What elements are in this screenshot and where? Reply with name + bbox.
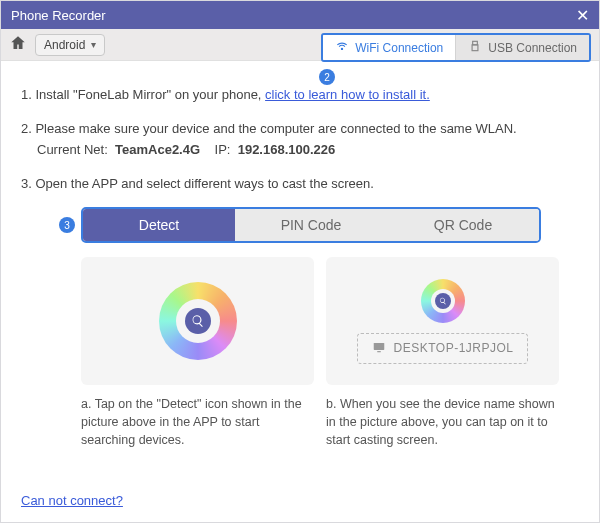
toolbar: Android ▾ WiFi Connection USB Connection…: [1, 29, 599, 61]
svg-rect-4: [377, 351, 381, 352]
color-wheel-small-icon: [421, 279, 465, 323]
step-1-text: 1. Install "FoneLab Mirror" on your phon…: [21, 87, 265, 102]
close-icon[interactable]: ✕: [576, 6, 589, 25]
window-title: Phone Recorder: [11, 8, 106, 23]
install-help-link[interactable]: click to learn how to install it.: [265, 87, 430, 102]
svg-rect-2: [472, 45, 478, 51]
current-net-value: TeamAce2.4G: [115, 142, 200, 157]
caption-a: a. Tap on the "Detect" icon shown in the…: [81, 395, 314, 449]
step-3: 3. Open the APP and select different way…: [21, 174, 579, 194]
step-2-details: Current Net: TeamAce2.4G IP: 192.168.100…: [21, 140, 579, 160]
platform-label: Android: [44, 38, 85, 52]
tab-wifi-connection[interactable]: WiFi Connection: [323, 35, 455, 60]
ip-label: IP:: [215, 142, 231, 157]
cannot-connect-link[interactable]: Can not connect?: [21, 493, 123, 508]
monitor-icon: [372, 340, 386, 357]
magnifier-small-icon: [435, 293, 451, 309]
panel-detect: [81, 257, 314, 385]
svg-point-0: [342, 48, 343, 49]
caption-b: b. When you see the device name shown in…: [326, 395, 559, 449]
usb-icon: [468, 39, 482, 56]
illustration-panels: DESKTOP-1JRPJOL: [81, 257, 559, 385]
step-badge-3: 3: [59, 217, 75, 233]
titlebar: Phone Recorder ✕: [1, 1, 599, 29]
color-wheel-icon: [159, 282, 237, 360]
step-2-text: 2. Please make sure your device and the …: [21, 119, 579, 139]
svg-rect-3: [373, 342, 384, 349]
cast-method-row: 3 Detect PIN Code QR Code: [81, 207, 579, 243]
tab-qr-code[interactable]: QR Code: [387, 209, 539, 241]
panel-device: DESKTOP-1JRPJOL: [326, 257, 559, 385]
chevron-down-icon: ▾: [91, 39, 96, 50]
current-net-label: Current Net:: [37, 142, 108, 157]
ip-value: 192.168.100.226: [238, 142, 336, 157]
tab-wifi-label: WiFi Connection: [355, 41, 443, 55]
step-3-text: 3. Open the APP and select different way…: [21, 174, 579, 194]
wifi-icon: [335, 39, 349, 56]
connection-tabs: WiFi Connection USB Connection: [321, 33, 591, 62]
step-1: 1. Install "FoneLab Mirror" on your phon…: [21, 85, 579, 105]
content-area: 1. Install "FoneLab Mirror" on your phon…: [1, 61, 599, 522]
step-2: 2. Please make sure your device and the …: [21, 119, 579, 160]
platform-dropdown[interactable]: Android ▾: [35, 34, 105, 56]
panel-captions: a. Tap on the "Detect" icon shown in the…: [81, 395, 559, 449]
home-icon[interactable]: [9, 34, 27, 56]
device-name-box[interactable]: DESKTOP-1JRPJOL: [357, 333, 529, 364]
app-window: Phone Recorder ✕ Android ▾ WiFi Connecti…: [0, 0, 600, 523]
tab-pin-code[interactable]: PIN Code: [235, 209, 387, 241]
tab-detect[interactable]: Detect: [83, 209, 235, 241]
magnifier-icon: [185, 308, 211, 334]
cast-method-tabs: Detect PIN Code QR Code: [81, 207, 541, 243]
device-name-value: DESKTOP-1JRPJOL: [394, 341, 514, 355]
tab-usb-connection[interactable]: USB Connection: [455, 35, 589, 60]
tab-usb-label: USB Connection: [488, 41, 577, 55]
